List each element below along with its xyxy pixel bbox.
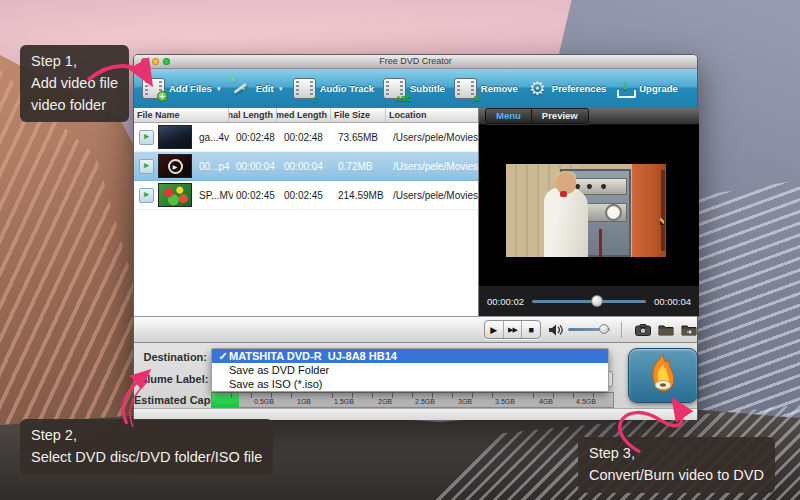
note-badge-icon: ♪ xyxy=(313,92,319,104)
upgrade-button[interactable]: ↓ Upgrade xyxy=(615,79,678,99)
remove-button[interactable]: × Remove xyxy=(454,78,518,99)
step1-line3: video folder xyxy=(31,95,118,117)
column-header-trimmed-length[interactable]: Trimmed Length xyxy=(277,108,331,122)
annotation-step2: Step 2, Select DVD disc/DVD folder/ISO f… xyxy=(20,419,273,475)
zoom-button[interactable] xyxy=(163,58,170,65)
add-files-icon: + xyxy=(142,78,165,99)
hazard-stripe xyxy=(660,218,664,225)
toolbar: + Add Files ▼ * * Edit ▼ ♪ Audio Track A… xyxy=(134,69,697,109)
minimize-button[interactable] xyxy=(152,58,159,65)
elapsed-time: 00:00:02 xyxy=(487,296,524,307)
tab-group: Menu Preview xyxy=(485,108,589,124)
capacity-tick-label: 1.5GB xyxy=(334,398,354,405)
chevron-down-icon: ▼ xyxy=(278,86,284,92)
capacity-tick-label: 2GB xyxy=(378,398,392,405)
fast-forward-button[interactable]: ▶▶ xyxy=(504,321,523,338)
menu-item-dvd-folder[interactable]: Save as DVD Folder xyxy=(212,363,608,377)
audio-track-button[interactable]: ♪ Audio Track xyxy=(293,78,374,99)
subtitle-icon: ABC xyxy=(383,78,406,99)
original-length: 00:00:04 xyxy=(233,161,281,172)
video-thumbnail: ▶ xyxy=(158,154,192,178)
total-time: 00:00:04 xyxy=(654,296,691,307)
step1-line2: Add video file xyxy=(31,73,118,95)
capacity-tick-label: 1GB xyxy=(297,398,311,405)
capacity-tick-label: 3GB xyxy=(458,398,472,405)
table-row[interactable]: ▸ SP...MV 00:02:45 00:02:45 214.59MB /Us… xyxy=(134,181,478,210)
file-list: File Name Original Length Trimmed Length… xyxy=(134,108,479,316)
add-clip-icon[interactable]: ▸ xyxy=(139,159,154,174)
speaker-icon xyxy=(548,323,563,337)
menu-item-label: Save as ISO (*.iso) xyxy=(229,377,323,391)
scene-orange-pillar xyxy=(632,164,666,257)
file-size: 0.72MB xyxy=(335,161,390,172)
snapshot-button[interactable] xyxy=(635,324,651,336)
edit-icon: * * xyxy=(231,79,252,98)
file-name: 00...p4 xyxy=(196,161,233,172)
remove-label: Remove xyxy=(481,83,518,94)
burn-button[interactable] xyxy=(628,348,698,403)
plus-badge-icon: + xyxy=(157,91,168,102)
subtitle-label: Subtitle xyxy=(410,83,445,94)
step1-line1: Step 1, xyxy=(31,51,118,73)
file-location: /Users/pele/Movies/i... xyxy=(390,132,478,143)
capacity-tick-label: 4.5GB xyxy=(576,398,596,405)
video-thumbnail xyxy=(158,183,192,207)
preferences-label: Preferences xyxy=(552,83,606,94)
destination-dropdown-menu: ✓ MATSHITA DVD-R UJ-8A8 HB14 Save as DVD… xyxy=(211,348,609,392)
add-files-label: Add Files xyxy=(169,83,212,94)
table-row-selected[interactable]: ▸ ▶ 00...p4 00:00:04 00:00:04 0.72MB /Us… xyxy=(134,152,478,181)
cross-badge-icon: × xyxy=(473,92,479,104)
close-button[interactable] xyxy=(141,58,148,65)
menu-item-label: Save as DVD Folder xyxy=(229,363,329,377)
column-header-file-size[interactable]: File Size xyxy=(331,108,386,122)
transport-buttons: ▶ ▶▶ ■ xyxy=(484,320,541,339)
tab-menu[interactable]: Menu xyxy=(486,109,531,123)
gear-icon: ⚙ xyxy=(527,79,548,99)
check-icon: ✓ xyxy=(217,349,229,363)
preview-panel: Menu Preview xyxy=(479,108,699,316)
sparkle-icon: * xyxy=(231,76,235,87)
file-size: 73.65MB xyxy=(335,132,390,143)
capacity-bar: 0.5GB 1GB 1.5GB 2GB 2.5GB 3GB 3.5GB 4GB … xyxy=(211,392,614,408)
volume-slider[interactable] xyxy=(568,328,610,331)
title-bar[interactable]: Free DVD Creator xyxy=(134,55,697,69)
tab-preview[interactable]: Preview xyxy=(531,109,588,123)
open-folder-button[interactable] xyxy=(658,324,674,336)
output-panel: Destination: Volume Label: Estimated Cap… xyxy=(134,343,697,419)
volume-knob[interactable] xyxy=(599,324,609,334)
file-location: /Users/pele/Movies/S... xyxy=(390,190,478,201)
add-clip-icon[interactable]: ▸ xyxy=(139,188,154,203)
add-clip-icon[interactable]: ▸ xyxy=(139,130,154,145)
menu-item-dvd-disc[interactable]: ✓ MATSHITA DVD-R UJ-8A8 HB14 xyxy=(212,349,608,363)
preferences-button[interactable]: ⚙ Preferences xyxy=(527,79,606,99)
scene-gauge xyxy=(605,204,622,221)
down-arrow-icon: ↓ xyxy=(618,75,632,92)
seek-slider[interactable] xyxy=(532,300,646,303)
video-area xyxy=(479,125,699,286)
app-window: Free DVD Creator + Add Files ▼ * * Edit … xyxy=(133,54,698,420)
export-folder-button[interactable] xyxy=(681,324,697,336)
play-button[interactable]: ▶ xyxy=(485,321,504,338)
sparkle-icon: * xyxy=(242,85,245,94)
scene-person-coat xyxy=(544,188,587,257)
add-files-button[interactable]: + Add Files ▼ xyxy=(142,78,222,99)
trimmed-length: 00:02:45 xyxy=(281,190,335,201)
column-header-location[interactable]: Location xyxy=(386,108,478,122)
step2-line1: Step 2, xyxy=(31,425,262,447)
table-row[interactable]: ▸ ga...4v 00:02:48 00:02:48 73.65MB /Use… xyxy=(134,123,478,152)
menu-item-iso[interactable]: Save as ISO (*.iso) xyxy=(212,377,608,391)
step3-line1: Step 3, xyxy=(589,443,764,465)
subtitle-button[interactable]: ABC Subtitle xyxy=(383,78,445,99)
seek-knob[interactable] xyxy=(591,295,603,307)
column-header-original-length[interactable]: Original Length xyxy=(229,108,277,122)
edit-button[interactable]: * * Edit ▼ xyxy=(231,79,284,98)
capacity-tick-label: 2.5GB xyxy=(415,398,435,405)
original-length: 00:02:45 xyxy=(233,190,281,201)
trimmed-length: 00:02:48 xyxy=(281,132,335,143)
annotation-step3: Step 3, Convert/Burn video to DVD xyxy=(578,437,775,493)
file-name: ga...4v xyxy=(196,132,233,143)
chevron-down-icon: ▼ xyxy=(216,86,222,92)
column-header-file-name[interactable]: File Name xyxy=(134,108,229,122)
audio-track-icon: ♪ xyxy=(293,78,316,99)
stop-button[interactable]: ■ xyxy=(522,321,540,338)
